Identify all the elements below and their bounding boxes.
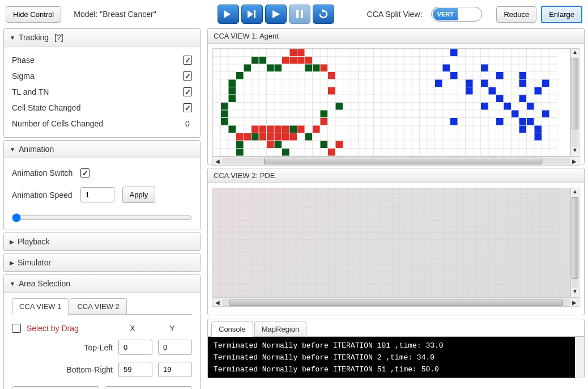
tab-cca-view-2[interactable]: CCA VIEW 2 xyxy=(70,298,126,314)
select-by-drag-checkbox[interactable] xyxy=(12,324,21,333)
cca-view-1-panel: CCA VIEW 1: Agent ▲ ▼ ◀ ▶ xyxy=(207,28,585,164)
select-button[interactable]: Select xyxy=(105,386,192,389)
svg-rect-92 xyxy=(435,80,442,87)
svg-rect-114 xyxy=(221,118,228,125)
svg-rect-81 xyxy=(305,65,313,72)
svg-rect-109 xyxy=(527,103,534,110)
svg-rect-104 xyxy=(519,95,527,103)
svg-rect-70 xyxy=(297,49,305,57)
console-vscroll[interactable] xyxy=(575,337,584,378)
reload-button[interactable] xyxy=(313,5,334,24)
area-selection-header[interactable]: ▼ Area Selection xyxy=(4,275,200,293)
chevron-down-icon: ▼ xyxy=(10,146,15,153)
svg-rect-76 xyxy=(297,57,305,64)
scroll-up-icon[interactable]: ▲ xyxy=(572,188,578,197)
track-item-checkbox[interactable] xyxy=(183,87,192,96)
control-sidebar: ▼ Tracking [?] PhaseSigmaTL and TNCell S… xyxy=(0,28,204,389)
cells-changed-value: 0 xyxy=(183,119,192,128)
bottom-right-x-input[interactable] xyxy=(118,362,152,377)
scroll-left-icon[interactable]: ◀ xyxy=(213,158,222,164)
svg-rect-69 xyxy=(290,49,297,57)
top-left-y-input[interactable] xyxy=(158,340,192,355)
track-item-checkbox[interactable] xyxy=(183,71,192,81)
svg-rect-125 xyxy=(282,126,289,133)
svg-rect-3 xyxy=(254,10,255,18)
bottom-right-y-input[interactable] xyxy=(158,362,192,377)
animation-header[interactable]: ▼ Animation xyxy=(4,141,200,158)
reset-button[interactable]: Reset xyxy=(12,386,99,389)
split-view-toggle[interactable]: VERT xyxy=(431,7,482,22)
scroll-right-icon[interactable]: ▶ xyxy=(570,158,579,164)
scroll-up-icon[interactable]: ▲ xyxy=(572,49,578,58)
scroll-down-icon[interactable]: ▼ xyxy=(572,147,578,156)
tab-mapregion[interactable]: MapRegion xyxy=(254,322,307,336)
svg-rect-126 xyxy=(290,126,297,133)
reduce-button[interactable]: Reduce xyxy=(496,6,536,23)
view2-vscroll[interactable]: ▲ ▼ xyxy=(570,188,580,298)
pause-button[interactable] xyxy=(289,5,310,24)
svg-rect-139 xyxy=(305,133,313,141)
track-item-checkbox[interactable] xyxy=(183,103,192,112)
tab-cca-view-1[interactable]: CCA VIEW 1 xyxy=(12,298,69,315)
console-line: Terminated Normally before ITERATION 101… xyxy=(214,340,578,352)
hide-control-button[interactable]: Hide Control xyxy=(6,6,61,23)
view1-vscroll[interactable]: ▲ ▼ xyxy=(570,48,580,157)
svg-marker-4 xyxy=(272,10,280,18)
simulator-panel: ▶ Simulator xyxy=(3,253,201,272)
svg-rect-97 xyxy=(229,87,236,95)
svg-rect-127 xyxy=(297,126,305,133)
svg-rect-143 xyxy=(275,141,282,149)
animation-slider[interactable] xyxy=(12,213,192,222)
scroll-right-icon[interactable]: ▶ xyxy=(570,299,579,306)
svg-rect-94 xyxy=(481,80,488,87)
enlarge-button[interactable]: Enlarge xyxy=(541,6,582,23)
animation-speed-input[interactable] xyxy=(80,187,114,202)
svg-rect-132 xyxy=(244,133,252,141)
svg-rect-119 xyxy=(527,118,534,125)
skip-forward-button[interactable] xyxy=(241,5,263,24)
apply-button[interactable]: Apply xyxy=(122,187,156,203)
bottom-right-label: Bottom-Right xyxy=(12,365,113,374)
svg-rect-141 xyxy=(236,141,244,149)
playback-title: Playback xyxy=(18,237,50,246)
svg-rect-86 xyxy=(236,72,244,79)
animation-switch-label: Animation Switch xyxy=(12,168,73,177)
playback-header[interactable]: ▶ Playback xyxy=(4,233,200,251)
svg-rect-90 xyxy=(519,72,527,79)
track-item-checkbox[interactable] xyxy=(183,56,192,65)
tracking-header[interactable]: ▼ Tracking [?] xyxy=(4,29,200,46)
svg-rect-80 xyxy=(275,65,282,72)
svg-rect-71 xyxy=(450,49,458,57)
top-left-x-input[interactable] xyxy=(118,340,152,355)
svg-rect-107 xyxy=(481,103,488,110)
top-left-label: Top-Left xyxy=(12,343,113,352)
step-forward-button[interactable] xyxy=(218,5,239,24)
animation-switch-checkbox[interactable] xyxy=(80,168,90,177)
svg-rect-88 xyxy=(450,72,458,79)
scroll-left-icon[interactable]: ◀ xyxy=(213,299,222,306)
play-button[interactable] xyxy=(265,5,287,24)
svg-rect-111 xyxy=(321,111,328,118)
pde-grid[interactable] xyxy=(213,188,559,297)
svg-rect-142 xyxy=(267,141,274,149)
svg-rect-100 xyxy=(489,87,496,95)
simulator-header[interactable]: ▶ Simulator xyxy=(4,254,200,272)
svg-rect-73 xyxy=(259,57,267,64)
svg-rect-122 xyxy=(259,126,267,133)
agent-grid[interactable] xyxy=(213,49,557,156)
svg-rect-89 xyxy=(496,72,504,79)
x-header: X xyxy=(113,324,152,333)
svg-rect-130 xyxy=(535,126,542,133)
svg-rect-95 xyxy=(519,80,527,87)
tab-console[interactable]: Console xyxy=(211,322,253,337)
view2-hscroll[interactable]: ◀ ▶ xyxy=(212,298,580,307)
tracking-help[interactable]: [?] xyxy=(54,33,63,42)
svg-rect-144 xyxy=(321,141,328,149)
playback-controls xyxy=(218,5,334,24)
console-output: Terminated Normally before ITERATION 101… xyxy=(208,337,584,378)
scroll-down-icon[interactable]: ▼ xyxy=(572,288,578,297)
view1-hscroll[interactable]: ◀ ▶ xyxy=(212,157,580,166)
svg-rect-79 xyxy=(267,65,274,72)
svg-rect-145 xyxy=(336,141,343,149)
svg-rect-108 xyxy=(504,103,512,110)
